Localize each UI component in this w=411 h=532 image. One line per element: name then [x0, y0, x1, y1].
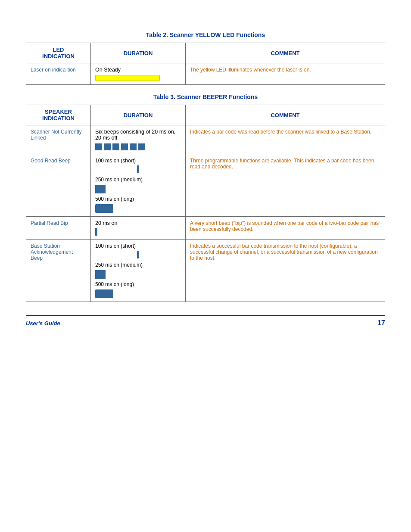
- table3-header-comment: COMMENT: [186, 105, 385, 125]
- table3-header-speaker: SPEAKERINDICATION: [26, 105, 91, 125]
- short-rect: [137, 165, 139, 173]
- long-visual: [95, 204, 181, 213]
- duration-1: Six beeps consisting of 20 ms on, 20 ms …: [91, 125, 186, 154]
- speaker-indicator-2: Good Read Beep: [26, 154, 91, 217]
- beep-sq-1: [95, 143, 102, 150]
- medium-rect: [95, 185, 106, 193]
- medium-label: 250 ms on (medium): [95, 177, 181, 183]
- led-duration: On Steady: [91, 63, 186, 85]
- table2: LEDINDICATION DURATION COMMENT Laser on …: [26, 43, 385, 85]
- base-long-visual: [95, 289, 181, 298]
- long-label: 500 ms on (long): [95, 196, 181, 202]
- medium-visual: [95, 185, 181, 193]
- base-station-duration-group: 100 ms on (short) 250 ms on (medium): [95, 243, 181, 298]
- partial-rect: [95, 228, 97, 236]
- base-medium-rect: [95, 270, 106, 279]
- duration-3: 20 ms on: [91, 217, 186, 240]
- beep-sq-5: [130, 143, 137, 150]
- table3-header-duration: DURATION: [91, 105, 186, 125]
- comment-4: Indicates a successful bar code transmis…: [186, 240, 385, 302]
- led-indicator: Laser on indica-tion: [26, 63, 91, 85]
- beep-sq-4: [121, 143, 128, 150]
- on-steady-label: On Steady: [95, 67, 121, 73]
- duration-2: 100 ms on (short) 250 ms on (medium): [91, 154, 186, 217]
- base-medium-label: 250 ms on (medium): [95, 262, 181, 268]
- duration-medium: 250 ms on (medium): [95, 177, 181, 193]
- table-row: Partial Read Bip 20 ms on A very short b…: [26, 217, 385, 240]
- partial-tick: [95, 228, 181, 236]
- table-row: Laser on indica-tion On Steady The yello…: [26, 63, 385, 85]
- partial-duration-text: 20 ms on: [95, 220, 117, 226]
- base-long-label: 500 ms on (long): [95, 281, 181, 287]
- table3: SPEAKERINDICATION DURATION COMMENT Scann…: [26, 105, 385, 302]
- table2-header-comment: COMMENT: [186, 43, 385, 63]
- speaker-indicator-3: Partial Read Bip: [26, 217, 91, 240]
- duration-text-1: Six beeps consisting of 20 ms on, 20 ms …: [95, 129, 181, 141]
- top-rule: [26, 26, 385, 27]
- comment-3: A very short beep ("bip") is sounded whe…: [186, 217, 385, 240]
- page-wrapper: Table 2. Scanner YELLOW LED Functions LE…: [0, 0, 411, 344]
- base-medium-visual: [95, 270, 181, 279]
- base-short-visual: [95, 250, 181, 259]
- duration-short: 100 ms on (short): [95, 158, 181, 174]
- base-long-rect: [95, 289, 113, 298]
- base-short-label: 100 ms on (short): [95, 243, 181, 249]
- comment-1: Indicates a bar code was read before the…: [186, 125, 385, 154]
- bottom-rule: [26, 315, 385, 316]
- beep-sq-6: [138, 143, 145, 150]
- short-visual: [95, 165, 181, 174]
- beep-sq-2: [104, 143, 111, 150]
- duration-long: 500 ms on (long): [95, 196, 181, 213]
- table-row: Scanner Not Currently Linked Six beeps c…: [26, 125, 385, 154]
- footer-left: User's Guide: [26, 320, 60, 327]
- base-short-rect: [137, 251, 139, 258]
- duration-4: 100 ms on (short) 250 ms on (medium): [91, 240, 186, 302]
- footer: User's Guide 17: [26, 319, 385, 327]
- speaker-indicator-4: Base Station Acknowledgement Beep: [26, 240, 91, 302]
- short-label: 100 ms on (short): [95, 158, 181, 164]
- table-row: Base Station Acknowledgement Beep 100 ms…: [26, 240, 385, 302]
- base-duration-short: 100 ms on (short): [95, 243, 181, 259]
- footer-right: 17: [377, 319, 385, 327]
- led-comment: The yellow LED illuminates whenever the …: [186, 63, 385, 85]
- speaker-indicator-1: Scanner Not Currently Linked: [26, 125, 91, 154]
- long-rect: [95, 204, 113, 213]
- table3-title: Table 3. Scanner BEEPER Functions: [26, 93, 385, 100]
- table2-header-duration: DURATION: [91, 43, 186, 63]
- table-row: Good Read Beep 100 ms on (short) 250 ms …: [26, 154, 385, 217]
- yellow-bar: [95, 75, 160, 81]
- table2-title: Table 2. Scanner YELLOW LED Functions: [26, 31, 385, 38]
- base-duration-long: 500 ms on (long): [95, 281, 181, 298]
- good-read-duration-group: 100 ms on (short) 250 ms on (medium): [95, 158, 181, 213]
- base-duration-medium: 250 ms on (medium): [95, 262, 181, 279]
- beep-sq-3: [112, 143, 119, 150]
- comment-2: Three programmable functions are availab…: [186, 154, 385, 217]
- table2-header-led: LEDINDICATION: [26, 43, 91, 63]
- beep-squares: [95, 143, 181, 150]
